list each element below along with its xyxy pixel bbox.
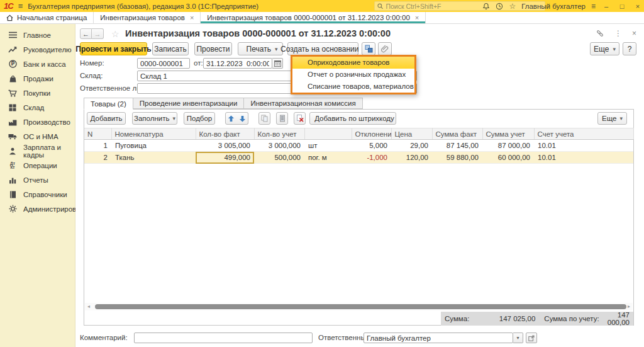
open-responsible-button[interactable] bbox=[526, 333, 537, 343]
col-qty-fact[interactable]: Кол-во факт bbox=[196, 128, 254, 140]
responsible-input[interactable] bbox=[364, 333, 513, 343]
cell-nomenclature[interactable]: Пуговица bbox=[111, 140, 196, 152]
tab-inventory-document[interactable]: Инвентаризация товаров 0000-000001 от 31… bbox=[201, 12, 426, 23]
scrollbar-thumb[interactable] bbox=[95, 304, 626, 309]
fill-button[interactable]: Заполнить ▾ bbox=[132, 112, 177, 125]
close-tab-icon[interactable]: × bbox=[190, 14, 194, 21]
date-input[interactable] bbox=[203, 58, 272, 69]
close-form-icon[interactable]: × bbox=[632, 29, 636, 38]
col-deviation[interactable]: Отклонение bbox=[352, 128, 391, 140]
cell-price[interactable]: 120,00 bbox=[391, 152, 432, 164]
tab-home[interactable]: Начальная страница bbox=[0, 12, 94, 23]
horizontal-scrollbar[interactable]: ◂ ▸ bbox=[85, 303, 633, 310]
menu-item-goods-writeoff[interactable]: Списание товаров, материалов bbox=[292, 81, 414, 93]
sidebar-item-salary-hr[interactable]: Зарплата и кадры bbox=[0, 144, 75, 158]
cell-sum-account[interactable]: 60 000,00 bbox=[482, 152, 534, 164]
cell-deviation[interactable]: -1,000 bbox=[352, 152, 391, 164]
items-more-button[interactable]: Еще ▾ bbox=[597, 112, 627, 125]
comment-input[interactable] bbox=[134, 333, 313, 343]
cell-qty-account[interactable]: 500,000 bbox=[254, 152, 304, 164]
history-icon[interactable] bbox=[496, 3, 503, 10]
sidebar-item-warehouse[interactable]: Склад bbox=[0, 100, 75, 115]
cell-unit[interactable]: шт bbox=[304, 140, 352, 152]
cell-sum-fact[interactable]: 59 880,00 bbox=[432, 152, 482, 164]
cell-deviation[interactable]: 5,000 bbox=[352, 140, 391, 152]
sidebar-item-manager[interactable]: Руководителю bbox=[0, 42, 75, 57]
sidebar-item-reports[interactable]: Отчеты bbox=[0, 173, 75, 187]
sidebar-item-directories[interactable]: Справочники bbox=[0, 187, 75, 202]
current-user[interactable]: Главный бухгалтер bbox=[521, 3, 586, 10]
cell-n[interactable]: 1 bbox=[84, 140, 111, 152]
more-button[interactable]: Еще ▾ bbox=[590, 42, 619, 55]
print-button[interactable]: Печать ▾ bbox=[238, 42, 283, 55]
add-row-button[interactable]: Добавить bbox=[87, 112, 126, 125]
service-menu-icon[interactable]: ≡ bbox=[591, 2, 596, 11]
cell-sum-fact[interactable]: 87 145,00 bbox=[432, 140, 482, 152]
tab-goods[interactable]: Товары (2) bbox=[84, 98, 133, 110]
back-button[interactable]: ← bbox=[80, 28, 92, 39]
create-based-on-button[interactable]: Создать на основании ▾ bbox=[287, 42, 358, 55]
cell-nomenclature[interactable]: Ткань bbox=[111, 152, 196, 164]
forward-button[interactable]: → bbox=[92, 28, 104, 39]
tab-inventory-commission[interactable]: Инвентаризационная комиссия bbox=[244, 98, 362, 109]
maximize-button[interactable]: □ bbox=[617, 3, 627, 10]
cell-qty-account[interactable]: 3 000,000 bbox=[254, 140, 304, 152]
col-sum-account[interactable]: Сумма учет bbox=[482, 128, 534, 140]
sidebar-item-purchases[interactable]: Покупки bbox=[0, 86, 75, 100]
favorite-star-icon[interactable]: ☆ bbox=[111, 29, 119, 39]
cell-account[interactable]: 10.01 bbox=[534, 140, 633, 152]
sidebar-item-production[interactable]: Производство bbox=[0, 115, 75, 129]
get-link-icon[interactable] bbox=[596, 29, 604, 38]
number-input[interactable] bbox=[137, 58, 190, 69]
menu-item-retail-sales-report[interactable]: Отчет о розничных продажах bbox=[292, 69, 414, 81]
sidebar-item-main[interactable]: Главное bbox=[0, 28, 75, 42]
col-account[interactable]: Счет учета bbox=[534, 128, 633, 140]
sidebar-item-operations[interactable]: ДтКт Операции bbox=[0, 158, 75, 173]
delete-row-button[interactable] bbox=[294, 112, 306, 125]
post-button[interactable]: Провести bbox=[194, 42, 232, 55]
help-button[interactable]: ? bbox=[623, 42, 636, 55]
col-qty-account[interactable]: Кол-во учет bbox=[254, 128, 304, 140]
tab-inventory-execution[interactable]: Проведение инвентаризации bbox=[133, 98, 245, 109]
cell-price[interactable]: 29,00 bbox=[391, 140, 432, 152]
sidebar-item-fixed-assets[interactable]: ОС и НМА bbox=[0, 129, 75, 144]
menu-item-goods-receipt[interactable]: Оприходование товаров bbox=[292, 57, 414, 69]
paste-row-button[interactable] bbox=[276, 112, 288, 125]
cell-account[interactable]: 10.01 bbox=[534, 152, 633, 164]
post-and-close-button[interactable]: Провести и закрыть bbox=[80, 42, 147, 55]
sidebar-item-bank-cash[interactable]: P Банк и касса bbox=[0, 57, 75, 71]
table-row[interactable]: 1 Пуговица 3 005,000 3 000,000 шт 5,000 … bbox=[84, 140, 633, 152]
scroll-left-arrow[interactable]: ◂ bbox=[85, 303, 92, 310]
tab-inventory-list[interactable]: Инвентаризация товаров × bbox=[94, 12, 201, 23]
attachments-button[interactable] bbox=[378, 42, 392, 55]
main-menu-icon[interactable]: ≡ bbox=[18, 1, 23, 11]
add-by-barcode-button[interactable]: Добавить по штрихкоду bbox=[309, 112, 396, 125]
col-nomenclature[interactable]: Номенклатура bbox=[111, 128, 196, 140]
col-n[interactable]: N bbox=[84, 128, 111, 140]
close-window-button[interactable]: × bbox=[633, 3, 643, 10]
table-row-selected[interactable]: 2 Ткань 499,000 500,000 пог. м -1,000 12… bbox=[84, 152, 633, 164]
scroll-right-arrow[interactable]: ▸ bbox=[625, 303, 633, 310]
sidebar-item-sales[interactable]: Продажи bbox=[0, 71, 75, 86]
pick-button[interactable]: Подбор bbox=[184, 112, 215, 125]
more-dots-icon[interactable]: ⋮ bbox=[614, 29, 622, 38]
sidebar-item-administration[interactable]: Администрирование bbox=[0, 202, 75, 216]
notifications-bell-icon[interactable] bbox=[482, 3, 490, 10]
move-row-up-button[interactable] bbox=[225, 112, 237, 125]
cell-unit[interactable]: пог. м bbox=[304, 152, 352, 164]
col-unit[interactable] bbox=[304, 128, 352, 140]
col-sum-fact[interactable]: Сумма факт bbox=[432, 128, 482, 140]
move-row-down-button[interactable] bbox=[236, 112, 248, 125]
copy-row-button[interactable] bbox=[258, 112, 270, 125]
cell-qty-fact[interactable]: 3 005,000 bbox=[196, 140, 254, 152]
minimize-button[interactable]: – bbox=[601, 3, 611, 10]
responsible-dropdown-button[interactable]: ▾ bbox=[513, 333, 523, 343]
cell-sum-account[interactable]: 87 000,00 bbox=[482, 140, 534, 152]
document-movements-button[interactable] bbox=[362, 42, 375, 55]
write-button[interactable]: Записать bbox=[152, 42, 189, 55]
cell-qty-fact-selected[interactable]: 499,000 bbox=[196, 152, 254, 164]
favorites-star-icon[interactable]: ☆ bbox=[509, 2, 516, 11]
col-price[interactable]: Цена bbox=[391, 128, 432, 140]
close-tab-icon[interactable]: × bbox=[415, 14, 419, 21]
cell-n[interactable]: 2 bbox=[84, 152, 111, 164]
